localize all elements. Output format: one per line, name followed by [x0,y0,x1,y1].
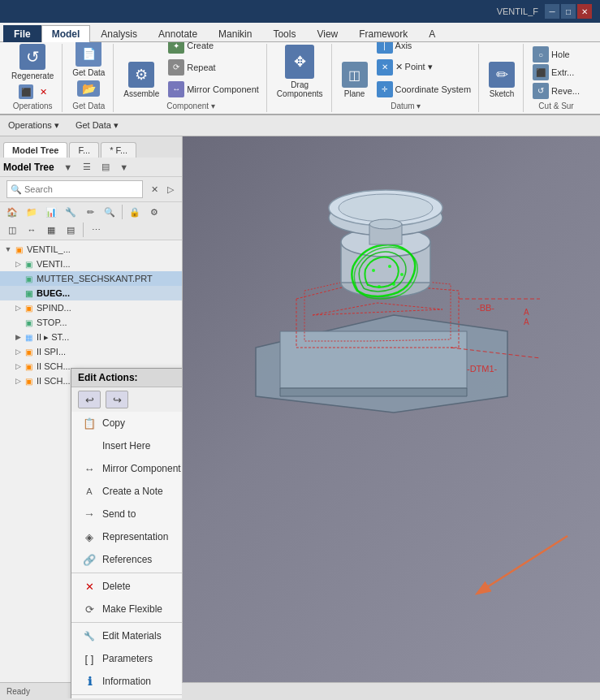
cm-item-sendto[interactable]: → Send to ▶ [71,503,183,525]
cm-makeflexible-icon: ⟳ [81,601,97,617]
datum-col: | Axis ✕ ✕ Point ▾ ✛ Coordinate System [374,42,474,100]
title-bar-text: VENTIL_F [497,6,538,16]
cm-item-insert[interactable]: Insert Here [71,434,183,457]
toolbar-icon-home[interactable]: 🏠 [3,204,21,220]
toolbar-icon-search2[interactable]: 🔍 [101,204,119,220]
tree-item-iispi[interactable]: ▷ ▣ II SPI... [0,344,182,359]
regen-options-btn[interactable]: ⬛ [16,84,36,100]
operations-dropdown[interactable]: Operations ▾ [3,119,64,132]
cm-item-references[interactable]: 🔗 References ▶ [71,548,183,571]
tree-expand-mutter[interactable] [13,274,23,283]
plane-button[interactable]: ◫ Plane [339,60,371,100]
panel-tab-f2[interactable]: * F... [101,142,136,158]
tab-analysis[interactable]: Analysis [90,25,148,42]
panel-filter-btn[interactable]: ☰ [79,160,95,175]
tree-expand-spind[interactable]: ▷ [13,303,23,313]
tab-tools[interactable]: Tools [262,25,306,42]
cm-item-copy[interactable]: 📋 Copy Ctrl+C [71,412,183,434]
mirror-component-ribbon-button[interactable]: ↔ Mirror Component [166,80,261,98]
panel-sort-btn[interactable]: ▼ [60,160,76,175]
cm-item-parameters[interactable]: [ ] Parameters [71,647,183,670]
panel-cols-btn[interactable]: ▤ [97,160,114,175]
toolbar-icon-pen[interactable]: ✏ [81,204,99,220]
cm-item-viewchanges[interactable]: View Changes [71,697,183,698]
title-bar: VENTIL_F ─ □ ✕ [0,0,600,23]
main-content: Model Tree F... * F... Model Tree ▼ ☰ ▤ … [0,136,600,698]
extrude-button[interactable]: ⬛ Extr... [530,63,582,81]
tree-item-bueg[interactable]: ▣ BUEG... [0,286,182,300]
cm-item-information[interactable]: ℹ Information ▶ [71,670,183,693]
cm-item-representation[interactable]: ◈ Representation ▶ [71,525,183,548]
sketch-button[interactable]: ✏ Sketch [486,60,518,100]
regen-x-btn[interactable]: ✕ [37,84,50,100]
ribbon-group-cutandsur: ○ Hole ⬛ Extr... ↺ Reve... Cut & Sur [525,44,587,112]
point-button[interactable]: ✕ ✕ Point ▾ [374,58,474,76]
toolbar-icon-wrench[interactable]: 🔧 [62,204,80,220]
tab-view[interactable]: View [306,25,348,42]
tree-expand-iispi[interactable]: ▷ [13,347,23,356]
tree-item-stop[interactable]: ▣ STOP... [0,315,182,330]
cm-back-button[interactable]: ↩ [78,391,101,408]
minimize-button[interactable]: ─ [545,4,559,19]
tree-item-iist[interactable]: ▶ ▦ II ▸ ST... [0,330,182,344]
tree-expand-bueg[interactable] [13,288,23,298]
tree-item-venti[interactable]: ▷ ▣ VENTI... [0,257,182,271]
tab-file[interactable]: File [3,25,41,42]
getdata-button[interactable]: 📄 Get Data [69,42,108,79]
cm-forward-button[interactable]: ↪ [106,391,128,408]
ribbon-regenerate-col: ↺ Regenerate [8,42,57,82]
toolbar-icon-folder[interactable]: 📁 [23,204,41,220]
toolbar-icon-lock[interactable]: 🔒 [126,204,144,220]
create-button[interactable]: ✦ Create [166,42,261,54]
panel-more-btn[interactable]: ▼ [116,160,132,175]
repeat-button[interactable]: ⟳ Repeat [166,58,261,76]
tree-label-venti: VENTI... [37,259,71,269]
cm-item-mirror[interactable]: ↔ Mirror Component [71,457,183,480]
search-close-btn[interactable]: ✕ [146,182,162,197]
toolbar-icon-chart[interactable]: 📊 [42,204,60,220]
search-next-btn[interactable]: ▷ [162,182,179,197]
panel-tab-modeltree[interactable]: Model Tree [3,142,67,158]
toolbar-icon-grid[interactable]: ▦ [42,222,60,238]
toolbar-icon-gear[interactable]: ⚙ [145,204,163,220]
regenerate-button[interactable]: ↺ Regenerate [8,42,57,82]
tree-icon-stop: ▣ [23,317,34,328]
tree-item-mutter[interactable]: ▣ MUTTER_SECHSKANT.PRT [0,271,182,286]
toolbar-icon-extra[interactable]: ⋯ [87,222,105,238]
tab-annotate[interactable]: Annotate [148,25,208,42]
cm-item-editmaterials[interactable]: 🔧 Edit Materials [71,624,183,647]
tree-expand-venti[interactable]: ▷ [13,259,23,269]
tree-item-spind[interactable]: ▷ ▣ SPIND... [0,300,182,315]
toolbar-icon-list[interactable]: ▤ [62,222,80,238]
cm-item-makeflexible[interactable]: ⟳ Make Flexible ▶ [71,598,183,620]
ribbon-group-operations-label: Operations [13,102,53,110]
tab-framework[interactable]: Framework [348,25,418,42]
tree-expand-iisch1[interactable]: ▷ [13,361,23,371]
tree-expand-iist[interactable]: ▶ [13,332,23,342]
getdata-dropdown[interactable]: Get Data ▾ [71,119,123,132]
cm-item-delete[interactable]: ✕ Delete Del [71,575,183,598]
cm-item-createnote[interactable]: A Create a Note ▶ [71,480,183,503]
axis-button[interactable]: | Axis [374,42,474,54]
drag-button[interactable]: ✥ DragComponents [274,43,326,100]
assemble-button[interactable]: ⚙ Assemble [120,60,162,100]
close-button[interactable]: ✕ [577,4,592,19]
tree-expand-iisch2[interactable]: ▷ [13,376,23,386]
panel-tab-f1[interactable]: F... [69,142,99,158]
hole-button[interactable]: ○ Hole [530,45,582,63]
search-bar[interactable]: 🔍 [6,180,143,198]
getdata2-button[interactable]: 📂 [69,79,108,100]
tab-model[interactable]: Model [41,25,91,42]
maximize-button[interactable]: □ [561,4,576,19]
coord-system-button[interactable]: ✛ Coordinate System [374,80,474,98]
tree-expand-root[interactable]: ▼ [3,244,13,254]
search-input[interactable] [24,184,139,194]
toolbar-icon-mirror[interactable]: ↔ [23,222,41,238]
toolbar-icon-plane[interactable]: ◫ [3,222,21,238]
revolve-button[interactable]: ↺ Reve... [530,82,582,100]
tab-a[interactable]: A [418,25,446,42]
ribbon-group-getdata-label: Get Data [72,102,105,110]
tree-item-root[interactable]: ▼ ▣ VENTIL_... [0,242,182,257]
tree-expand-stop[interactable] [13,318,23,327]
tab-manikin[interactable]: Manikin [208,25,262,42]
